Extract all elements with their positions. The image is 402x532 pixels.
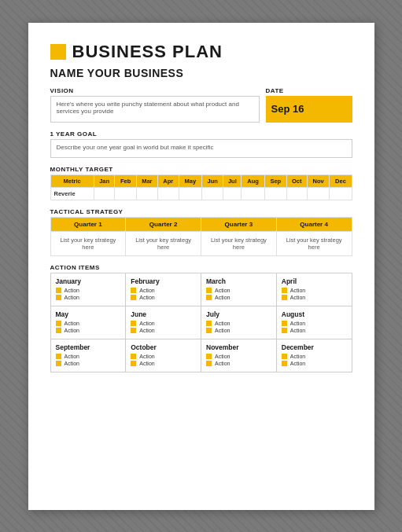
action-item-row: Action: [131, 295, 196, 300]
action-item-text[interactable]: Action: [290, 288, 305, 293]
tac-quarter-header: Quarter 1: [50, 217, 126, 231]
tactical-section: TACTICAL STRATEGY Quarter 1Quarter 2Quar…: [50, 208, 352, 256]
mt-cell[interactable]: [115, 187, 136, 200]
action-item-row: Action: [206, 288, 271, 293]
mt-column-header: Nov: [307, 174, 330, 187]
action-month-cell: SeptemberActionAction: [51, 339, 127, 372]
action-item-text[interactable]: Action: [215, 295, 230, 300]
tac-quarter-cell[interactable]: List your key strategy here: [201, 231, 277, 255]
action-bullet-icon: [56, 361, 61, 366]
action-item-text[interactable]: Action: [139, 328, 154, 333]
tac-quarter-cell[interactable]: List your key strategy here: [126, 231, 201, 255]
action-item-row: Action: [56, 361, 121, 366]
action-month-cell: MayActionAction: [51, 306, 127, 339]
action-month-cell: AprilActionAction: [277, 273, 352, 306]
mt-column-header: Mar: [136, 174, 157, 187]
action-bullet-icon: [206, 328, 212, 333]
action-item-text[interactable]: Action: [139, 288, 154, 293]
mt-column-header: May: [179, 174, 201, 187]
action-item-row: Action: [56, 328, 121, 333]
action-bullet-icon: [131, 295, 136, 300]
action-month-name: June: [131, 310, 196, 318]
document-header: BUSINESS PLAN: [50, 42, 352, 62]
action-item-text[interactable]: Action: [65, 328, 79, 333]
action-item-row: Action: [282, 361, 347, 366]
mt-cell[interactable]: [264, 187, 286, 200]
action-item-text[interactable]: Action: [139, 295, 154, 300]
action-bullet-icon: [282, 328, 287, 333]
action-item-text[interactable]: Action: [65, 354, 79, 359]
action-item-row: Action: [282, 328, 347, 333]
document-page: BUSINESS PLAN NAME YOUR BUSINESS VISION …: [28, 23, 374, 510]
tac-quarter-header: Quarter 3: [201, 217, 277, 231]
action-item-text[interactable]: Action: [290, 361, 305, 366]
mt-column-header: Oct: [286, 174, 307, 187]
mt-cell[interactable]: [330, 187, 352, 200]
action-item-row: Action: [56, 288, 121, 293]
action-bullet-icon: [56, 295, 61, 300]
mt-cell[interactable]: [158, 187, 179, 200]
action-item-row: Action: [131, 321, 196, 326]
action-item-text[interactable]: Action: [139, 361, 154, 366]
action-month-name: April: [282, 277, 347, 285]
tac-quarter-cell[interactable]: List your key strategy here: [50, 231, 126, 255]
action-item-text[interactable]: Action: [215, 321, 230, 326]
action-item-text[interactable]: Action: [215, 288, 230, 293]
action-bullet-icon: [282, 295, 287, 300]
document-title: BUSINESS PLAN: [72, 42, 223, 62]
action-item-text[interactable]: Action: [290, 295, 305, 300]
mt-cell[interactable]: Reverie: [50, 187, 94, 200]
action-item-text[interactable]: Action: [215, 354, 230, 359]
action-item-text[interactable]: Action: [65, 361, 79, 366]
action-item-text[interactable]: Action: [290, 328, 305, 333]
mt-cell[interactable]: [307, 187, 330, 200]
action-bullet-icon: [131, 328, 136, 333]
action-item-text[interactable]: Action: [65, 295, 79, 300]
mt-cell[interactable]: [202, 187, 223, 200]
action-item-row: Action: [131, 354, 196, 359]
action-bullet-icon: [206, 321, 212, 326]
mt-cell[interactable]: [179, 187, 201, 200]
action-bullet-icon: [131, 321, 136, 326]
action-item-row: Action: [206, 354, 271, 359]
goal-block: 1 YEAR GOAL Describe your one year goal …: [50, 130, 352, 158]
action-item-row: Action: [206, 295, 271, 300]
action-month-name: December: [282, 343, 347, 351]
action-bullet-icon: [206, 288, 212, 293]
business-name-subtitle: NAME YOUR BUSINESS: [50, 67, 352, 79]
action-item-row: Action: [131, 288, 196, 293]
action-item-text[interactable]: Action: [290, 354, 305, 359]
action-items-section: ACTION ITEMS JanuaryActionActionFebruary…: [50, 264, 352, 372]
goal-label: 1 YEAR GOAL: [50, 130, 352, 138]
action-item-row: Action: [282, 288, 347, 293]
mt-cell[interactable]: [286, 187, 307, 200]
action-month-name: October: [131, 343, 196, 351]
mt-column-header: Aug: [242, 174, 264, 187]
vision-label: VISION: [50, 87, 260, 94]
mt-column-header: Jul: [223, 174, 242, 187]
tac-quarter-cell[interactable]: List your key strategy here: [276, 231, 352, 255]
date-value[interactable]: Sep 16: [266, 96, 352, 123]
monthly-target-table: MetricJanFebMarAprMayJunJulAugSepOctNovD…: [50, 174, 352, 200]
action-item-text[interactable]: Action: [215, 328, 230, 333]
goal-text-box[interactable]: Describe your one year goal in world but…: [50, 139, 352, 158]
mt-cell[interactable]: [223, 187, 242, 200]
action-item-text[interactable]: Action: [290, 321, 305, 326]
vision-text-box[interactable]: Here's where you write punchy statement …: [50, 96, 260, 123]
mt-cell[interactable]: [242, 187, 264, 200]
action-item-row: Action: [56, 354, 121, 359]
action-item-text[interactable]: Action: [215, 361, 230, 366]
action-month-cell: FebruaryActionAction: [126, 273, 201, 306]
action-item-text[interactable]: Action: [65, 321, 79, 326]
action-item-text[interactable]: Action: [65, 288, 79, 293]
action-month-name: July: [206, 310, 271, 318]
mt-cell[interactable]: [94, 187, 115, 200]
action-item-text[interactable]: Action: [139, 354, 154, 359]
action-bullet-icon: [282, 321, 287, 326]
action-bullet-icon: [131, 361, 136, 366]
action-month-name: September: [56, 343, 121, 351]
mt-cell[interactable]: [136, 187, 157, 200]
action-month-cell: OctoberActionAction: [126, 339, 201, 372]
date-label: DATE: [266, 87, 352, 94]
action-item-text[interactable]: Action: [139, 321, 154, 326]
